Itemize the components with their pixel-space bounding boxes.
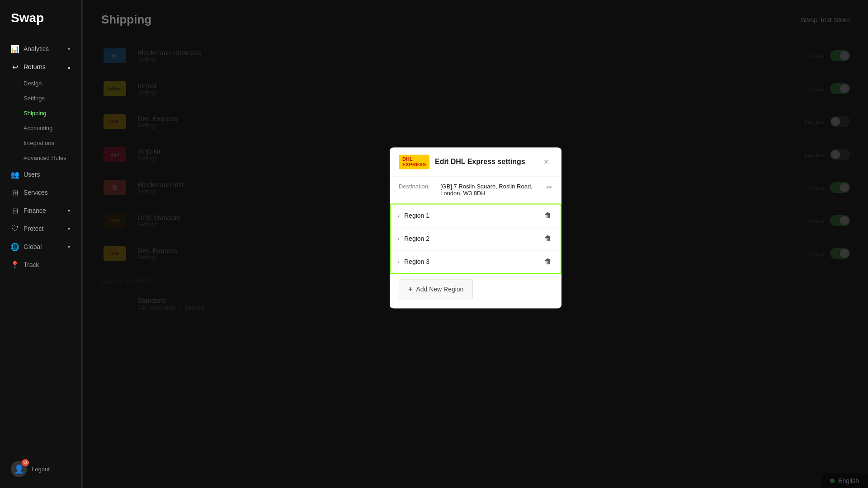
region-delete-button-3[interactable]: 🗑: [542, 256, 553, 267]
region-item-1[interactable]: › Region 1 🗑: [391, 204, 561, 227]
sidebar-item-analytics[interactable]: 📊 Analytics ▾: [4, 40, 77, 57]
chevron-down-icon: ▾: [68, 244, 70, 249]
sidebar-sub-integrations[interactable]: Integrations: [4, 136, 77, 150]
sidebar-item-finance[interactable]: ⊟ Finance ▾: [4, 202, 77, 219]
region-item-2[interactable]: › Region 2 🗑: [391, 227, 561, 250]
sidebar-label-global: Global: [24, 243, 42, 250]
chevron-up-icon: ▴: [68, 65, 70, 70]
modal-title: Edit DHL Express settings: [435, 158, 534, 166]
sidebar-label-finance: Finance: [24, 207, 46, 214]
app-logo: Swap: [0, 11, 81, 40]
sidebar-bottom: 👤 13 Logout: [0, 450, 81, 488]
sidebar-label-services: Services: [24, 189, 48, 196]
chevron-down-icon: ▾: [68, 47, 70, 52]
sidebar-sub-accounting[interactable]: Accounting: [4, 121, 77, 135]
users-icon: 👥: [11, 170, 19, 178]
add-region-label: Add New Region: [416, 286, 463, 293]
sidebar-item-services[interactable]: ⊞ Services: [4, 184, 77, 201]
region-chevron-icon: ›: [398, 212, 400, 219]
sidebar-label-protect: Protect: [24, 225, 43, 232]
sidebar-item-track[interactable]: 📍 Track: [4, 256, 77, 273]
sidebar-sub-shipping[interactable]: Shipping: [4, 106, 77, 120]
analytics-icon: 📊: [11, 45, 19, 53]
regions-panel: › Region 1 🗑 › Region 2 🗑 › Region 3 🗑: [390, 203, 561, 274]
sidebar-sub-advanced-rules[interactable]: Advanced Rules: [4, 151, 77, 165]
chevron-down-icon: ▾: [68, 208, 70, 213]
sub-label-settings: Settings: [24, 95, 45, 102]
user-avatar-area[interactable]: 👤 13 Logout: [7, 457, 74, 481]
returns-icon: ↩: [11, 63, 19, 71]
sidebar-label-users: Users: [24, 171, 40, 178]
modal-dhl-settings: DHLEXPRESS Edit DHL Express settings × D…: [390, 147, 561, 308]
region-delete-button-1[interactable]: 🗑: [542, 210, 553, 221]
global-icon: 🌐: [11, 243, 19, 251]
region-chevron-icon: ›: [398, 258, 400, 265]
sidebar-item-users[interactable]: 👥 Users: [4, 166, 77, 183]
plus-icon: +: [408, 285, 412, 293]
avatar: 👤 13: [11, 461, 27, 477]
region-item-3[interactable]: › Region 3 🗑: [391, 250, 561, 273]
modal-close-button[interactable]: ×: [540, 155, 552, 168]
sub-label-accounting: Accounting: [24, 125, 52, 131]
destination-value: [GB] 7 Roslin Square, Roslin Road, Londo…: [440, 183, 541, 197]
sub-label-advanced-rules: Advanced Rules: [24, 155, 66, 161]
sidebar: Swap 📊 Analytics ▾ ↩ Returns ▴ Design Se…: [0, 0, 81, 488]
sidebar-item-returns[interactable]: ↩ Returns ▴: [4, 58, 77, 75]
sidebar-sub-settings[interactable]: Settings: [4, 91, 77, 105]
sidebar-item-global[interactable]: 🌐 Global ▾: [4, 238, 77, 255]
destination-edit-icon[interactable]: ✏: [547, 183, 552, 192]
track-icon: 📍: [11, 261, 19, 269]
region-delete-button-2[interactable]: 🗑: [542, 233, 553, 244]
sidebar-label-returns: Returns: [24, 63, 46, 70]
sidebar-sub-design[interactable]: Design: [4, 76, 77, 90]
sub-label-shipping: Shipping: [24, 110, 47, 117]
main-content: Shipping Swap Test Store BL Bleckmann Do…: [83, 0, 868, 488]
region-name-3: Region 3: [404, 258, 542, 265]
region-name-1: Region 1: [404, 212, 542, 219]
finance-icon: ⊟: [11, 206, 19, 215]
modal-carrier-logo: DHLEXPRESS: [399, 155, 429, 169]
services-icon: ⊞: [11, 188, 19, 197]
protect-icon: 🛡: [11, 225, 19, 233]
chevron-down-icon: ▾: [68, 226, 70, 231]
destination-label: Destination:: [399, 183, 435, 190]
modal-header: DHLEXPRESS Edit DHL Express settings ×: [390, 147, 561, 177]
region-chevron-icon: ›: [398, 235, 400, 242]
sub-label-design: Design: [24, 80, 42, 87]
add-region-button[interactable]: + Add New Region: [399, 279, 473, 299]
sub-label-integrations: Integrations: [24, 140, 54, 146]
logout-label[interactable]: Logout: [32, 466, 50, 473]
region-name-2: Region 2: [404, 235, 542, 242]
modal-destination: Destination: [GB] 7 Roslin Square, Rosli…: [390, 177, 561, 203]
sidebar-label-analytics: Analytics: [24, 45, 49, 52]
sidebar-label-track: Track: [24, 261, 39, 268]
notification-badge: 13: [22, 459, 29, 466]
sidebar-item-protect[interactable]: 🛡 Protect ▾: [4, 220, 77, 237]
